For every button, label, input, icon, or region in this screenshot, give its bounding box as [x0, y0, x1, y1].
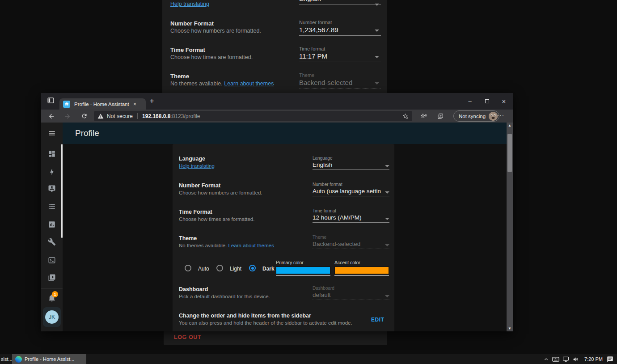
language-select[interactable]: Language English	[313, 156, 389, 170]
bg-number-format-title: Number Format	[170, 20, 214, 27]
logout-button[interactable]: LOG OUT	[174, 334, 201, 340]
menu-icon[interactable]	[47, 129, 56, 138]
taskbar-active-window[interactable]: Profile - Home Assist...	[12, 354, 86, 364]
tab-close-icon[interactable]: ×	[133, 101, 136, 107]
radio-dark-label[interactable]: Dark	[262, 266, 275, 272]
sidebar-item-map[interactable]	[47, 184, 56, 193]
chevron-down-icon	[385, 165, 389, 167]
ha-favicon-icon	[63, 101, 70, 108]
sidebar-item-energy[interactable]	[47, 167, 56, 176]
forward-icon	[63, 112, 72, 120]
ha-header: Profile	[63, 123, 507, 144]
volume-icon[interactable]	[572, 356, 579, 362]
bg-language-select[interactable]: English	[299, 0, 381, 4]
dashboard-select: Dashboard default	[313, 286, 389, 300]
radio-auto[interactable]	[185, 265, 191, 271]
primary-color-picker[interactable]	[276, 267, 330, 276]
sidebar-edit-desc: You can also press and hold the header o…	[179, 320, 352, 326]
sidebar-item-developer-tools[interactable]	[47, 256, 56, 265]
browser-scrollbar[interactable]: ▲ ▼	[507, 123, 513, 331]
edge-browser-window: Profile - Home Assistant × + – ×	[41, 93, 513, 331]
url-host[interactable]: 192.168.0.8	[142, 113, 170, 119]
add-favorite-icon[interactable]	[402, 113, 409, 119]
network-icon[interactable]	[562, 356, 569, 362]
browser-profile-button[interactable]: Not syncing	[453, 110, 499, 122]
bg-time-format-select[interactable]: Time format 11:17 PM	[299, 46, 381, 62]
notifications-bell-icon[interactable]: 1	[47, 293, 56, 302]
radio-dark[interactable]	[249, 265, 256, 271]
dashboard-title: Dashboard	[179, 286, 208, 292]
theme-select: Theme Backend-selected	[313, 235, 389, 249]
tab-actions-icon[interactable]	[47, 97, 55, 104]
language-title: Language	[179, 156, 205, 162]
bg-theme-select: Theme Backend-selected	[299, 72, 381, 89]
maximize-button[interactable]	[482, 97, 492, 106]
close-button[interactable]: ×	[499, 97, 509, 106]
clock[interactable]: 7:20 PM	[584, 356, 603, 362]
action-center-icon[interactable]	[607, 356, 613, 363]
chevron-down-icon	[375, 82, 379, 85]
collections-icon[interactable]	[436, 112, 444, 120]
bg-help-translating-link[interactable]: Help translating	[170, 1, 209, 7]
chevron-down-icon	[385, 244, 389, 246]
touch-keyboard-icon[interactable]	[552, 356, 559, 362]
sidebar-item-settings[interactable]	[47, 237, 56, 246]
settings-menu-icon[interactable]: ···	[497, 112, 504, 119]
bg-number-format-select[interactable]: Number format 1,234,567.89	[299, 20, 381, 36]
edit-button[interactable]: EDIT	[371, 317, 384, 323]
titlebar[interactable]: Profile - Home Assistant × + – ×	[41, 93, 513, 110]
sidebar-item-media[interactable]	[47, 273, 56, 282]
reload-icon[interactable]	[80, 112, 88, 120]
tray-chevron-icon[interactable]	[544, 357, 549, 362]
number-format-title: Number Format	[179, 182, 220, 189]
time-format-select[interactable]: Time format 12 hours (AM/PM)	[313, 208, 389, 223]
profile-settings-card: Language Help translating Language Engli…	[173, 144, 394, 331]
minimize-button[interactable]: –	[465, 97, 475, 106]
profile-avatar	[489, 112, 498, 121]
scroll-down-icon[interactable]: ▼	[507, 326, 513, 331]
sidebar-item-logbook[interactable]	[47, 202, 56, 211]
bg-learn-about-themes-link[interactable]: Learn about themes	[224, 80, 274, 87]
radio-light[interactable]	[216, 265, 223, 271]
taskbar: sist... Profile - Home Assist... 7:20 PM	[0, 354, 617, 364]
page-title: Profile	[75, 128, 99, 138]
scrollbar-thumb[interactable]	[507, 134, 512, 172]
chevron-down-icon	[385, 218, 389, 220]
desktop: Help translating English Number Format C…	[0, 0, 617, 364]
bg-language-value: English	[299, 0, 381, 2]
chevron-down-icon	[375, 4, 379, 6]
help-translating-link[interactable]: Help translating	[179, 163, 215, 169]
number-format-select[interactable]: Number format Auto (use language settin	[313, 182, 389, 196]
favorites-icon[interactable]	[420, 112, 428, 120]
sidebar-edit-title: Change the order and hide items from the…	[179, 313, 311, 319]
sidebar-item-overview[interactable]	[47, 149, 56, 158]
time-format-title: Time Format	[179, 209, 212, 215]
accent-color-label: Accent color	[334, 260, 360, 265]
browser-tab[interactable]: Profile - Home Assistant ×	[59, 98, 146, 110]
sidebar-item-history[interactable]	[47, 220, 56, 229]
not-syncing-label: Not syncing	[459, 114, 486, 119]
bg-number-format-desc: Choose how numbers are formatted.	[170, 28, 261, 34]
user-avatar[interactable]: JK	[45, 310, 59, 324]
chevron-down-icon	[385, 191, 389, 194]
taskbar-overflow-window[interactable]: sist...	[1, 356, 13, 362]
chevron-down-icon	[385, 295, 389, 297]
bg-theme-title: Theme	[170, 73, 189, 80]
scroll-up-icon[interactable]: ▲	[507, 123, 513, 128]
learn-about-themes-link[interactable]: Learn about themes	[228, 243, 274, 248]
ha-sidebar: 1 JK	[41, 123, 63, 331]
radio-light-label[interactable]: Light	[230, 266, 241, 272]
bg-time-format-desc: Choose how times are formatted.	[170, 54, 253, 60]
dashboard-desc: Pick a default dashboard for this device…	[179, 294, 270, 299]
browser-toolbar: Not secure 192.168.0.8 :8123/profile Not…	[41, 110, 513, 123]
number-format-desc: Choose how numbers are formatted.	[179, 190, 262, 195]
new-tab-button[interactable]: +	[150, 97, 154, 105]
url-path[interactable]: :8123/profile	[170, 113, 200, 119]
not-secure-label[interactable]: Not secure	[107, 113, 133, 119]
back-icon[interactable]	[47, 112, 55, 120]
address-bar[interactable]: Not secure 192.168.0.8 :8123/profile	[94, 111, 412, 121]
theme-desc: No themes available. Learn about themes	[179, 243, 274, 248]
warning-icon	[97, 113, 104, 119]
accent-color-picker[interactable]	[334, 267, 389, 276]
radio-auto-label[interactable]: Auto	[198, 266, 209, 272]
